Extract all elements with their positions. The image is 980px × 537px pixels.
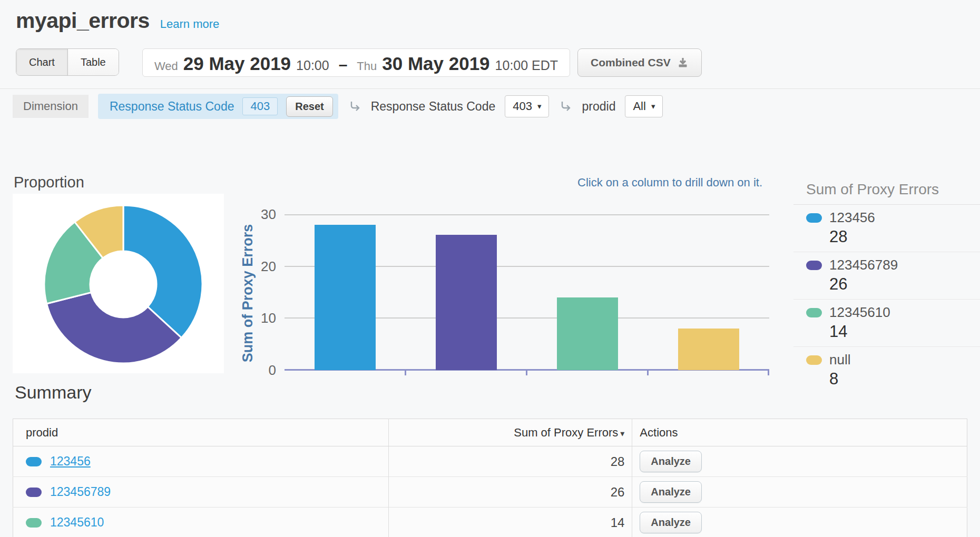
legend-item: 123456789 26 — [793, 252, 980, 300]
legend-label: 12345610 — [829, 304, 890, 321]
legend-label: 123456789 — [829, 257, 898, 273]
y-tick-20: 20 — [232, 258, 276, 275]
legend-item: null 8 — [793, 347, 980, 394]
legend-swatch-yellow — [806, 355, 822, 365]
drilldown-hint-text: Click on a column to drill down on it. — [577, 176, 762, 190]
row-value: 28 — [388, 446, 632, 477]
legend-swatch-green — [806, 308, 822, 317]
bar-12345610[interactable] — [557, 297, 618, 370]
start-time: 10:00 — [296, 58, 329, 73]
combined-csv-label: Combined CSV — [591, 56, 671, 69]
legend-title: Sum of Proxy Errors — [793, 179, 980, 205]
prodid-link[interactable]: 123456789 — [50, 485, 111, 499]
end-time: 10:00 EDT — [495, 58, 558, 73]
legend-value: 28 — [829, 227, 980, 246]
chart-toggle-button[interactable]: Chart — [16, 49, 67, 75]
column-header-actions: Actions — [632, 419, 967, 446]
end-day: Thu — [357, 59, 377, 73]
drilldown-arrow-icon — [348, 100, 361, 113]
row-swatch-green — [26, 518, 42, 528]
table-row: 12345610 14 Analyze — [13, 508, 967, 537]
table-toggle-button[interactable]: Table — [67, 49, 119, 75]
legend-swatch-purple — [806, 261, 822, 270]
prodid-dropdown-value: All — [633, 100, 645, 113]
table-row: 123456 28 Analyze — [13, 446, 967, 477]
toolbar-divider — [0, 88, 980, 89]
drilldown-dimension-name: prodid — [582, 100, 615, 114]
proportion-title: Proportion — [14, 174, 84, 191]
bar-123456789[interactable] — [436, 235, 497, 370]
analyze-button[interactable]: Analyze — [640, 512, 702, 533]
gridline-30 — [285, 214, 769, 215]
summary-table: prodid Sum of Proxy Errors▾ Actions 1234… — [13, 419, 967, 537]
proportion-donut-chart[interactable] — [13, 194, 224, 373]
y-tick-30: 30 — [232, 206, 276, 223]
combined-csv-button[interactable]: Combined CSV — [577, 48, 702, 77]
start-date: 29 May 2019 — [183, 53, 291, 74]
row-swatch-blue — [26, 457, 42, 466]
legend-item: 12345610 14 — [793, 300, 980, 347]
row-swatch-purple — [26, 488, 42, 497]
x-axis-tick — [768, 371, 769, 375]
column-header-prodid: prodid — [13, 419, 389, 446]
legend-label: null — [829, 352, 850, 368]
active-filter-name: Response Status Code — [110, 100, 234, 114]
legend-value: 26 — [829, 275, 980, 294]
learn-more-link[interactable]: Learn more — [160, 17, 220, 31]
y-tick-10: 10 — [232, 310, 276, 326]
x-axis-tick — [647, 371, 649, 375]
bar-123456[interactable] — [315, 225, 376, 370]
start-day: Wed — [154, 59, 178, 73]
dashboard-screen: myapi_errors Learn more Chart Table Wed … — [0, 0, 980, 537]
date-range-picker[interactable]: Wed 29 May 2019 10:00 – Thu 30 May 2019 … — [142, 48, 570, 77]
page-title: myapi_errors — [16, 8, 150, 33]
chevron-down-icon: ▾ — [537, 102, 542, 111]
view-toggle-group: Chart Table — [16, 48, 119, 76]
legend-value: 14 — [829, 322, 980, 341]
sort-descending-icon: ▾ — [620, 429, 624, 438]
active-filter-value: 403 — [242, 97, 278, 115]
drilldown-dimension-name: Response Status Code — [371, 100, 496, 114]
prodid-dropdown[interactable]: All ▾ — [625, 95, 663, 117]
analyze-button[interactable]: Analyze — [640, 451, 702, 472]
legend-item: 123456 28 — [793, 205, 980, 252]
bar-chart-plot-area — [285, 214, 769, 370]
analyze-button[interactable]: Analyze — [640, 481, 702, 503]
page-header: myapi_errors Learn more — [16, 8, 219, 33]
x-axis-tick — [405, 371, 406, 375]
table-row: 123456789 26 Analyze — [13, 477, 967, 508]
dimension-label: Dimension — [13, 95, 89, 118]
summary-table-header-row: prodid Sum of Proxy Errors▾ Actions — [13, 419, 967, 446]
x-axis-tick — [526, 371, 527, 375]
drilldown-arrow-icon — [558, 100, 572, 113]
y-tick-0: 0 — [232, 362, 276, 379]
legend-swatch-blue — [806, 213, 822, 223]
bar-null[interactable] — [678, 329, 739, 370]
prodid-link[interactable]: 12345610 — [50, 515, 104, 530]
row-value: 26 — [388, 477, 632, 508]
summary-title: Summary — [15, 382, 91, 403]
chevron-down-icon: ▾ — [651, 102, 655, 111]
chart-legend: Sum of Proxy Errors 123456 28 123456789 … — [793, 179, 980, 394]
legend-value: 8 — [829, 370, 980, 389]
row-value: 14 — [388, 508, 632, 537]
active-filter-chip: Response Status Code 403 Reset — [98, 94, 338, 119]
legend-label: 123456 — [829, 210, 875, 226]
prodid-link[interactable]: 123456 — [50, 454, 91, 469]
download-icon — [677, 57, 689, 68]
filter-bar: Dimension Response Status Code 403 Reset… — [13, 94, 663, 119]
bar-chart-y-ticks: 0102030 — [232, 214, 276, 370]
date-range-separator: – — [339, 56, 348, 74]
status-code-dropdown-value: 403 — [513, 100, 532, 113]
end-date: 30 May 2019 — [382, 53, 489, 74]
column-header-sum-of-proxy-errors[interactable]: Sum of Proxy Errors▾ — [388, 419, 632, 446]
reset-button[interactable]: Reset — [286, 96, 332, 117]
status-code-dropdown[interactable]: 403 ▾ — [505, 95, 549, 117]
